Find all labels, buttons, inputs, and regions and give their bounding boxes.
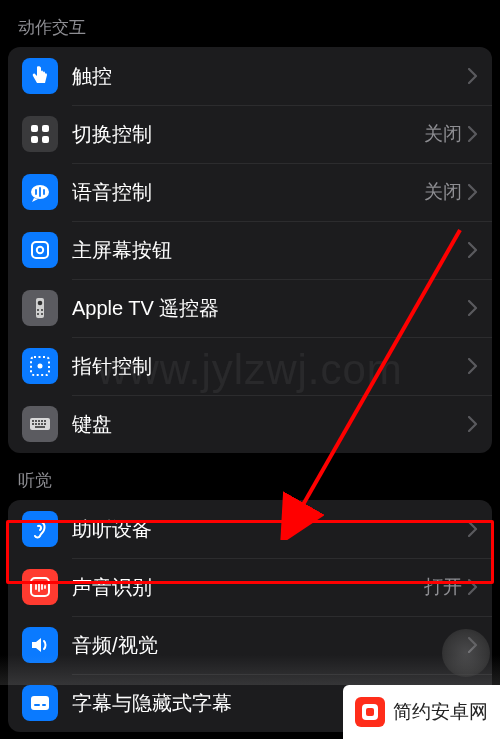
- chevron-right-icon: [468, 521, 478, 537]
- settings-row-sound-recognition[interactable]: 声音识别打开: [8, 558, 492, 616]
- settings-row-switch-control[interactable]: 切换控制关闭: [8, 105, 492, 163]
- assistive-touch-button[interactable]: [442, 629, 490, 677]
- chevron-right-icon: [468, 242, 478, 258]
- touch-icon: [22, 58, 58, 94]
- settings-row-pointer-control[interactable]: 指针控制: [8, 337, 492, 395]
- grid-icon: [22, 116, 58, 152]
- chevron-right-icon: [468, 126, 478, 142]
- row-value: 关闭: [424, 121, 462, 147]
- row-value: 打开: [424, 574, 462, 600]
- row-label: Apple TV 遥控器: [72, 295, 468, 322]
- settings-row-touch[interactable]: 触控: [8, 47, 492, 105]
- chevron-right-icon: [468, 68, 478, 84]
- keyboard-icon: [22, 406, 58, 442]
- chevron-right-icon: [468, 300, 478, 316]
- row-label: 声音识别: [72, 574, 424, 601]
- ear-icon: [22, 511, 58, 547]
- settings-section: 触控切换控制关闭语音控制关闭主屏幕按钮Apple TV 遥控器指针控制键盘: [8, 47, 492, 453]
- section-header: 听觉: [0, 453, 500, 500]
- chevron-right-icon: [468, 579, 478, 595]
- settings-row-apple-tv-remote[interactable]: Apple TV 遥控器: [8, 279, 492, 337]
- site-logo-icon: [355, 697, 385, 727]
- row-value: 关闭: [424, 179, 462, 205]
- settings-row-hearing-devices[interactable]: 助听设备: [8, 500, 492, 558]
- site-name: 简约安卓网: [393, 699, 488, 725]
- row-label: 助听设备: [72, 516, 468, 543]
- audio-icon: [22, 627, 58, 663]
- settings-row-voice-control[interactable]: 语音控制关闭: [8, 163, 492, 221]
- row-label: 键盘: [72, 411, 468, 438]
- sound-recognition-icon: [22, 569, 58, 605]
- row-label: 语音控制: [72, 179, 424, 206]
- chevron-right-icon: [468, 358, 478, 374]
- section-header: 动作交互: [0, 0, 500, 47]
- home-button-icon: [22, 232, 58, 268]
- site-footer: 简约安卓网: [343, 685, 500, 739]
- chevron-right-icon: [468, 416, 478, 432]
- chevron-right-icon: [468, 184, 478, 200]
- pointer-icon: [22, 348, 58, 384]
- row-label: 音频/视觉: [72, 632, 468, 659]
- row-label: 主屏幕按钮: [72, 237, 468, 264]
- settings-row-keyboard[interactable]: 键盘: [8, 395, 492, 453]
- row-label: 触控: [72, 63, 468, 90]
- subtitles-icon: [22, 685, 58, 721]
- row-label: 指针控制: [72, 353, 468, 380]
- remote-icon: [22, 290, 58, 326]
- settings-row-audio-visual[interactable]: 音频/视觉: [8, 616, 492, 674]
- settings-row-home-button[interactable]: 主屏幕按钮: [8, 221, 492, 279]
- row-label: 切换控制: [72, 121, 424, 148]
- voice-icon: [22, 174, 58, 210]
